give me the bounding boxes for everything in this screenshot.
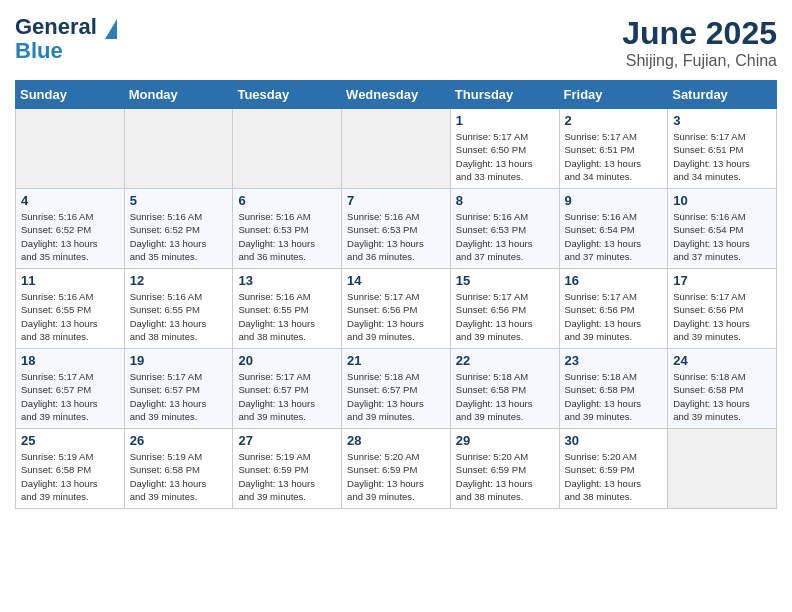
calendar-day-cell: 10Sunrise: 5:16 AMSunset: 6:54 PMDayligh… bbox=[668, 189, 777, 269]
day-number: 18 bbox=[21, 353, 119, 368]
month-title: June 2025 bbox=[622, 15, 777, 52]
day-number: 15 bbox=[456, 273, 554, 288]
day-number: 21 bbox=[347, 353, 445, 368]
day-info: Sunrise: 5:17 AMSunset: 6:51 PMDaylight:… bbox=[673, 130, 771, 183]
calendar-day-cell: 12Sunrise: 5:16 AMSunset: 6:55 PMDayligh… bbox=[124, 269, 233, 349]
day-info: Sunrise: 5:19 AMSunset: 6:59 PMDaylight:… bbox=[238, 450, 336, 503]
calendar-day-cell bbox=[668, 429, 777, 509]
day-number: 6 bbox=[238, 193, 336, 208]
day-number: 17 bbox=[673, 273, 771, 288]
calendar-week-row: 1Sunrise: 5:17 AMSunset: 6:50 PMDaylight… bbox=[16, 109, 777, 189]
page-header: General Blue June 2025 Shijing, Fujian, … bbox=[15, 15, 777, 70]
calendar-day-cell: 2Sunrise: 5:17 AMSunset: 6:51 PMDaylight… bbox=[559, 109, 668, 189]
day-number: 7 bbox=[347, 193, 445, 208]
day-info: Sunrise: 5:17 AMSunset: 6:57 PMDaylight:… bbox=[21, 370, 119, 423]
calendar-day-cell: 9Sunrise: 5:16 AMSunset: 6:54 PMDaylight… bbox=[559, 189, 668, 269]
day-info: Sunrise: 5:16 AMSunset: 6:55 PMDaylight:… bbox=[21, 290, 119, 343]
day-number: 25 bbox=[21, 433, 119, 448]
day-info: Sunrise: 5:17 AMSunset: 6:57 PMDaylight:… bbox=[238, 370, 336, 423]
day-info: Sunrise: 5:17 AMSunset: 6:56 PMDaylight:… bbox=[456, 290, 554, 343]
day-info: Sunrise: 5:17 AMSunset: 6:51 PMDaylight:… bbox=[565, 130, 663, 183]
calendar-day-cell: 11Sunrise: 5:16 AMSunset: 6:55 PMDayligh… bbox=[16, 269, 125, 349]
day-info: Sunrise: 5:16 AMSunset: 6:52 PMDaylight:… bbox=[21, 210, 119, 263]
calendar-day-cell: 21Sunrise: 5:18 AMSunset: 6:57 PMDayligh… bbox=[342, 349, 451, 429]
day-info: Sunrise: 5:18 AMSunset: 6:58 PMDaylight:… bbox=[565, 370, 663, 423]
day-info: Sunrise: 5:16 AMSunset: 6:53 PMDaylight:… bbox=[456, 210, 554, 263]
day-info: Sunrise: 5:18 AMSunset: 6:58 PMDaylight:… bbox=[456, 370, 554, 423]
day-info: Sunrise: 5:17 AMSunset: 6:56 PMDaylight:… bbox=[565, 290, 663, 343]
calendar-day-cell: 5Sunrise: 5:16 AMSunset: 6:52 PMDaylight… bbox=[124, 189, 233, 269]
day-info: Sunrise: 5:16 AMSunset: 6:55 PMDaylight:… bbox=[238, 290, 336, 343]
calendar-header-row: SundayMondayTuesdayWednesdayThursdayFrid… bbox=[16, 81, 777, 109]
day-info: Sunrise: 5:20 AMSunset: 6:59 PMDaylight:… bbox=[347, 450, 445, 503]
day-info: Sunrise: 5:17 AMSunset: 6:56 PMDaylight:… bbox=[673, 290, 771, 343]
weekday-header-wednesday: Wednesday bbox=[342, 81, 451, 109]
day-info: Sunrise: 5:20 AMSunset: 6:59 PMDaylight:… bbox=[456, 450, 554, 503]
calendar-day-cell: 7Sunrise: 5:16 AMSunset: 6:53 PMDaylight… bbox=[342, 189, 451, 269]
day-number: 22 bbox=[456, 353, 554, 368]
calendar-day-cell: 13Sunrise: 5:16 AMSunset: 6:55 PMDayligh… bbox=[233, 269, 342, 349]
day-number: 20 bbox=[238, 353, 336, 368]
calendar-day-cell: 24Sunrise: 5:18 AMSunset: 6:58 PMDayligh… bbox=[668, 349, 777, 429]
calendar-day-cell: 1Sunrise: 5:17 AMSunset: 6:50 PMDaylight… bbox=[450, 109, 559, 189]
calendar-day-cell: 15Sunrise: 5:17 AMSunset: 6:56 PMDayligh… bbox=[450, 269, 559, 349]
weekday-header-friday: Friday bbox=[559, 81, 668, 109]
logo-text: General Blue bbox=[15, 15, 117, 63]
calendar-day-cell: 16Sunrise: 5:17 AMSunset: 6:56 PMDayligh… bbox=[559, 269, 668, 349]
calendar-day-cell: 25Sunrise: 5:19 AMSunset: 6:58 PMDayligh… bbox=[16, 429, 125, 509]
day-info: Sunrise: 5:19 AMSunset: 6:58 PMDaylight:… bbox=[130, 450, 228, 503]
day-number: 8 bbox=[456, 193, 554, 208]
calendar-week-row: 4Sunrise: 5:16 AMSunset: 6:52 PMDaylight… bbox=[16, 189, 777, 269]
calendar-day-cell: 29Sunrise: 5:20 AMSunset: 6:59 PMDayligh… bbox=[450, 429, 559, 509]
day-info: Sunrise: 5:16 AMSunset: 6:54 PMDaylight:… bbox=[565, 210, 663, 263]
calendar-table: SundayMondayTuesdayWednesdayThursdayFrid… bbox=[15, 80, 777, 509]
day-info: Sunrise: 5:18 AMSunset: 6:57 PMDaylight:… bbox=[347, 370, 445, 423]
day-number: 23 bbox=[565, 353, 663, 368]
calendar-day-cell: 18Sunrise: 5:17 AMSunset: 6:57 PMDayligh… bbox=[16, 349, 125, 429]
logo: General Blue bbox=[15, 15, 117, 63]
day-number: 27 bbox=[238, 433, 336, 448]
day-number: 9 bbox=[565, 193, 663, 208]
calendar-week-row: 25Sunrise: 5:19 AMSunset: 6:58 PMDayligh… bbox=[16, 429, 777, 509]
calendar-day-cell: 28Sunrise: 5:20 AMSunset: 6:59 PMDayligh… bbox=[342, 429, 451, 509]
day-number: 14 bbox=[347, 273, 445, 288]
day-info: Sunrise: 5:16 AMSunset: 6:55 PMDaylight:… bbox=[130, 290, 228, 343]
calendar-day-cell bbox=[16, 109, 125, 189]
calendar-day-cell: 27Sunrise: 5:19 AMSunset: 6:59 PMDayligh… bbox=[233, 429, 342, 509]
day-info: Sunrise: 5:18 AMSunset: 6:58 PMDaylight:… bbox=[673, 370, 771, 423]
day-number: 24 bbox=[673, 353, 771, 368]
day-number: 28 bbox=[347, 433, 445, 448]
day-info: Sunrise: 5:16 AMSunset: 6:53 PMDaylight:… bbox=[347, 210, 445, 263]
day-number: 11 bbox=[21, 273, 119, 288]
day-info: Sunrise: 5:16 AMSunset: 6:52 PMDaylight:… bbox=[130, 210, 228, 263]
day-number: 29 bbox=[456, 433, 554, 448]
weekday-header-monday: Monday bbox=[124, 81, 233, 109]
weekday-header-sunday: Sunday bbox=[16, 81, 125, 109]
calendar-day-cell: 30Sunrise: 5:20 AMSunset: 6:59 PMDayligh… bbox=[559, 429, 668, 509]
calendar-week-row: 18Sunrise: 5:17 AMSunset: 6:57 PMDayligh… bbox=[16, 349, 777, 429]
calendar-day-cell: 8Sunrise: 5:16 AMSunset: 6:53 PMDaylight… bbox=[450, 189, 559, 269]
day-number: 19 bbox=[130, 353, 228, 368]
calendar-day-cell bbox=[124, 109, 233, 189]
calendar-day-cell bbox=[233, 109, 342, 189]
weekday-header-saturday: Saturday bbox=[668, 81, 777, 109]
calendar-day-cell: 14Sunrise: 5:17 AMSunset: 6:56 PMDayligh… bbox=[342, 269, 451, 349]
calendar-day-cell: 4Sunrise: 5:16 AMSunset: 6:52 PMDaylight… bbox=[16, 189, 125, 269]
day-info: Sunrise: 5:17 AMSunset: 6:57 PMDaylight:… bbox=[130, 370, 228, 423]
calendar-day-cell: 20Sunrise: 5:17 AMSunset: 6:57 PMDayligh… bbox=[233, 349, 342, 429]
title-area: June 2025 Shijing, Fujian, China bbox=[622, 15, 777, 70]
calendar-day-cell: 23Sunrise: 5:18 AMSunset: 6:58 PMDayligh… bbox=[559, 349, 668, 429]
day-number: 30 bbox=[565, 433, 663, 448]
day-number: 13 bbox=[238, 273, 336, 288]
calendar-week-row: 11Sunrise: 5:16 AMSunset: 6:55 PMDayligh… bbox=[16, 269, 777, 349]
day-info: Sunrise: 5:16 AMSunset: 6:54 PMDaylight:… bbox=[673, 210, 771, 263]
calendar-day-cell bbox=[342, 109, 451, 189]
calendar-day-cell: 19Sunrise: 5:17 AMSunset: 6:57 PMDayligh… bbox=[124, 349, 233, 429]
calendar-day-cell: 26Sunrise: 5:19 AMSunset: 6:58 PMDayligh… bbox=[124, 429, 233, 509]
day-info: Sunrise: 5:20 AMSunset: 6:59 PMDaylight:… bbox=[565, 450, 663, 503]
day-number: 16 bbox=[565, 273, 663, 288]
calendar-day-cell: 22Sunrise: 5:18 AMSunset: 6:58 PMDayligh… bbox=[450, 349, 559, 429]
logo-triangle-icon bbox=[105, 19, 117, 39]
day-number: 2 bbox=[565, 113, 663, 128]
weekday-header-thursday: Thursday bbox=[450, 81, 559, 109]
